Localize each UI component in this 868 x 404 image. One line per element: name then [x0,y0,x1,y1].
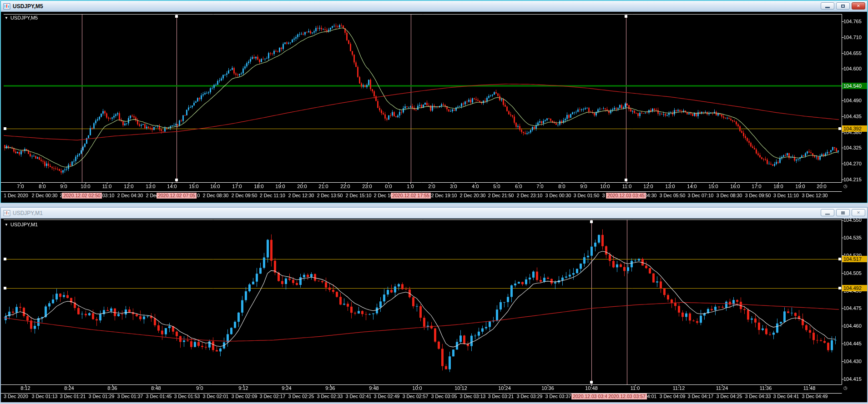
hour-label: 11:0 [622,184,632,189]
hour-label: 10:0 [412,385,422,391]
date-label: 1 Dec 2020 [4,193,28,198]
hour-label: 0:0 [385,184,392,189]
hour-label: 11:24 [716,385,728,391]
hour-label: 11:48 [803,385,816,391]
date-label: 3 Dec 03:05 [431,394,457,399]
hour-label: 19:0 [795,184,805,189]
price-tick-label: 104.710 [843,35,862,40]
close-button[interactable]: ✕ [852,2,865,10]
vline-timestamp-badge: 2020.12.03 03:47 [571,394,611,399]
price-tick-label: 104.435 [843,114,862,119]
date-label: 3 Dec 03:37 [545,394,571,399]
chart-icon [3,3,10,10]
hour-label: 20:0 [817,184,826,189]
time-axis-clock-icon[interactable]: ◷ [843,184,848,189]
price-tick-label: 104.655 [843,50,862,56]
close-button[interactable]: ✕ [852,209,865,216]
hour-label: 17:0 [752,184,761,189]
chart-icon [3,209,10,217]
date-label: 3 Dec 02:09 [232,394,257,399]
hour-label: 9:0 [60,184,67,189]
minimize-button[interactable] [821,2,834,10]
hour-label: 8:48 [151,385,161,391]
hour-label: 10:36 [541,385,554,391]
date-label: 2 Dec 15:10 [346,193,372,198]
vline-timestamp-badge: 2020.12.02 07:05 [156,193,197,199]
time-axis-clock-icon[interactable]: ◷ [843,385,848,390]
restore-button[interactable] [836,209,850,216]
hour-label: 6:0 [515,184,522,189]
date-label: 3 Dec 04:25 [717,394,742,399]
hour-label: 16:0 [210,184,220,189]
hour-label: 12:0 [643,184,653,189]
price-tick-label: 104.535 [843,235,862,240]
date-label: 3 Dec 02:01 [203,394,229,399]
date-label: 2 Dec 21:50 [488,193,514,198]
restore-button[interactable] [836,2,850,10]
hour-label: 21:0 [318,184,328,189]
price-tick-label: 104.550 [843,219,862,223]
hour-label: 15:0 [708,184,718,189]
date-label: 2 Dec 09:50 [232,193,257,198]
m1-chart-plot[interactable] [1,219,867,402]
price-tick-label: 104.600 [843,66,862,71]
date-label: 2 Dec 12:30 [288,193,314,198]
price-badge: 104.392 [842,125,867,132]
date-label: 3 Dec 02:17 [260,394,286,399]
date-label: 2 Dec 13:50 [317,193,343,198]
m5-chart-plot[interactable] [1,12,867,203]
hour-label: 8:0 [558,184,565,189]
date-label: 3 Dec 05:50 [660,193,686,198]
date-label: 2 Dec 20:30 [460,193,486,198]
hour-label: 10:0 [600,184,610,189]
hour-label: 10:24 [498,385,511,391]
price-tick-label: 104.415 [843,376,862,382]
chart-label-m1[interactable]: ▼ USDJPY,M1 [5,222,38,227]
date-label: 3 Dec 02:33 [317,394,343,399]
price-badge: 104.492 [842,285,867,291]
titlebar-m5[interactable]: USDJPY,M5 ✕ [1,1,867,12]
vline-timestamp-badge: 2020.12.02 17:55 [391,193,431,199]
hour-label: 14:0 [167,184,177,189]
hour-label: 22:0 [340,184,350,189]
hour-label: 13:0 [146,184,155,189]
date-label: 3 Dec 02:49 [374,394,400,399]
date-label: 2 Dec 08:30 [203,193,229,198]
hour-label: 18:0 [254,184,263,189]
hour-label: 10:0 [81,184,90,189]
hour-label: 16:0 [730,184,740,189]
date-label: 2 Dec 11:10 [260,193,285,198]
price-tick-label: 104.505 [843,270,862,276]
date-label: 3 Dec 01:53 [174,394,200,399]
date-label: 3 Dec 01:13 [32,394,58,399]
price-tick-label: 104.475 [843,305,862,311]
hour-label: 1:0 [407,184,414,189]
hour-label: 20:0 [297,184,307,189]
date-label: 3 Dec 04:49 [802,394,828,399]
price-tick-label: 104.325 [843,145,862,150]
date-label: 3 Dec 01:37 [117,394,143,399]
hour-label: 10:48 [585,385,598,391]
titlebar-m1[interactable]: USDJPY,M1 ✕ [1,208,867,219]
date-label: 3 Dec 03:21 [488,394,514,399]
hour-label: 8:0 [39,184,45,189]
hour-label: 17:0 [232,184,242,189]
price-tick-label: 104.460 [843,323,862,329]
date-label: 3 Dec 08:30 [717,193,742,198]
minimize-button[interactable] [821,209,834,216]
vline-timestamp-badge: 2020.12.02 02:50 [62,193,102,199]
hour-label: 9:24 [282,385,291,391]
date-label: 2 Dec 23:10 [517,193,543,198]
price-badge: 104.517 [842,256,867,262]
date-label: 3 Dec 02:57 [403,394,429,399]
price-tick-label: 104.215 [843,177,862,182]
date-label: 3 Dec 01:29 [89,394,115,399]
date-label: 3 Dec 01:21 [60,394,86,399]
hour-label: 11:12 [673,385,685,391]
hour-label: 3:0 [450,184,457,189]
hour-label: 8:12 [20,385,30,391]
date-label: 3 Dec 11:10 [773,193,799,198]
hour-label: 13:0 [665,184,675,189]
chart-label-m5[interactable]: ▼ USDJPY,M5 [5,15,38,20]
hour-label: 8:24 [64,385,74,391]
